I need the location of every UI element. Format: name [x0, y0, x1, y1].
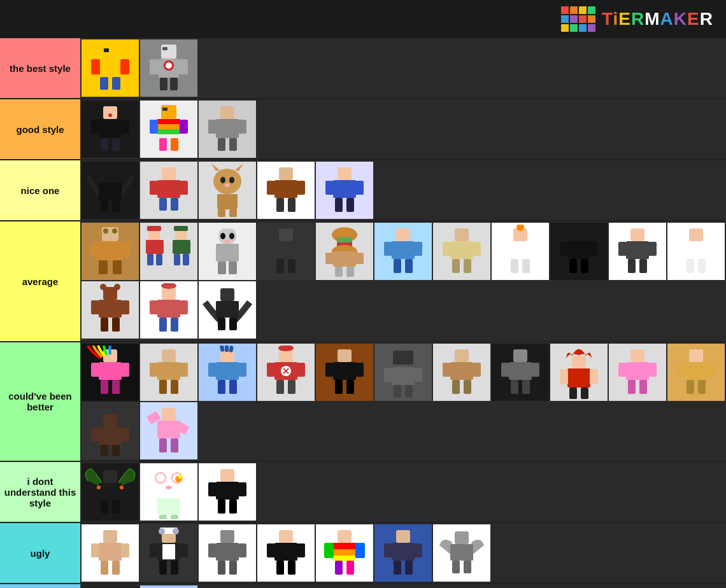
list-item[interactable]: [82, 524, 139, 582]
svg-rect-173: [112, 380, 120, 394]
list-item[interactable]: [316, 344, 373, 401]
svg-rect-220: [501, 363, 509, 377]
list-item[interactable]: [433, 524, 490, 582]
svg-point-286: [173, 528, 179, 535]
list-item[interactable]: [82, 402, 139, 459]
svg-rect-15: [170, 78, 178, 90]
svg-rect-289: [150, 543, 158, 557]
character-avatar: [85, 41, 136, 95]
list-item[interactable]: [667, 223, 725, 280]
list-item[interactable]: [257, 162, 315, 219]
list-item[interactable]: [199, 281, 256, 339]
svg-rect-113: [392, 241, 415, 259]
svg-rect-207: [392, 367, 415, 385]
svg-rect-215: [473, 363, 481, 377]
list-item[interactable]: [316, 524, 373, 582]
svg-point-51: [220, 177, 225, 183]
list-item[interactable]: [140, 39, 197, 97]
svg-rect-303: [276, 561, 284, 575]
character-avatar: [202, 526, 253, 580]
list-item[interactable]: [140, 402, 197, 459]
list-item[interactable]: [82, 162, 139, 219]
svg-rect-256: [101, 500, 108, 514]
list-item[interactable]: [82, 281, 139, 339]
list-item[interactable]: [140, 223, 197, 280]
svg-rect-239: [707, 363, 715, 377]
list-item[interactable]: [374, 344, 432, 401]
list-item[interactable]: [82, 344, 139, 401]
svg-rect-147: [687, 259, 694, 273]
list-item[interactable]: [433, 344, 490, 401]
list-item[interactable]: [199, 524, 256, 582]
list-item[interactable]: [140, 162, 197, 219]
svg-rect-5: [100, 77, 108, 90]
list-item[interactable]: [550, 223, 608, 280]
list-item[interactable]: [433, 223, 490, 280]
svg-rect-241: [698, 380, 706, 394]
svg-rect-181: [216, 362, 239, 380]
svg-rect-82: [175, 230, 187, 240]
tier-items-good: [80, 99, 726, 159]
svg-rect-212: [455, 349, 469, 362]
svg-rect-167: [229, 318, 237, 330]
list-item[interactable]: [140, 101, 197, 158]
list-item[interactable]: [199, 463, 256, 521]
svg-rect-282: [112, 561, 120, 575]
list-item[interactable]: [316, 223, 373, 280]
svg-point-258: [97, 486, 101, 489]
list-item[interactable]: [374, 524, 432, 582]
svg-rect-56: [229, 209, 237, 217]
list-item[interactable]: [140, 524, 197, 582]
svg-rect-134: [590, 242, 598, 256]
svg-rect-164: [220, 288, 234, 301]
svg-rect-20: [121, 120, 129, 134]
list-item[interactable]: [492, 223, 549, 280]
list-item[interactable]: [82, 101, 139, 158]
list-item[interactable]: [199, 101, 256, 158]
svg-rect-274: [238, 482, 246, 496]
list-item[interactable]: [609, 223, 666, 280]
svg-rect-206: [393, 351, 413, 365]
list-item[interactable]: [492, 344, 549, 401]
list-item[interactable]: [82, 585, 139, 588]
list-item[interactable]: [257, 524, 315, 582]
list-item[interactable]: [550, 344, 608, 401]
svg-rect-122: [452, 259, 460, 273]
list-item[interactable]: [199, 162, 256, 219]
character-avatar: [202, 346, 253, 400]
list-item[interactable]: [140, 463, 197, 521]
svg-rect-271: [220, 469, 234, 482]
svg-rect-63: [338, 167, 352, 180]
list-item[interactable]: [667, 344, 725, 401]
character-avatar: [202, 225, 253, 279]
list-item[interactable]: [82, 463, 139, 521]
list-item[interactable]: [609, 344, 666, 401]
list-item[interactable]: [140, 344, 197, 401]
svg-rect-142: [639, 259, 647, 273]
list-item[interactable]: [374, 223, 432, 280]
svg-rect-269: [159, 515, 167, 519]
list-item[interactable]: [316, 162, 373, 219]
svg-rect-117: [405, 259, 413, 273]
svg-rect-299: [279, 530, 293, 543]
svg-rect-301: [267, 543, 275, 557]
list-item[interactable]: [199, 223, 256, 280]
svg-rect-100: [276, 259, 284, 273]
tier-row-dont: i dont understand this style: [0, 462, 726, 523]
list-item[interactable]: [257, 223, 315, 280]
list-item[interactable]: [140, 585, 197, 588]
list-item[interactable]: [82, 39, 139, 97]
svg-rect-243: [99, 427, 122, 445]
list-item[interactable]: [199, 344, 256, 401]
list-item[interactable]: [257, 344, 315, 401]
list-item[interactable]: [140, 281, 197, 339]
character-avatar: [143, 404, 194, 458]
character-avatar: [202, 164, 253, 218]
svg-marker-49: [211, 164, 220, 171]
svg-rect-114: [384, 242, 392, 256]
list-item[interactable]: [82, 223, 139, 280]
svg-rect-126: [509, 241, 532, 259]
svg-rect-66: [355, 181, 364, 195]
svg-rect-238: [677, 363, 685, 377]
svg-rect-155: [101, 318, 108, 332]
